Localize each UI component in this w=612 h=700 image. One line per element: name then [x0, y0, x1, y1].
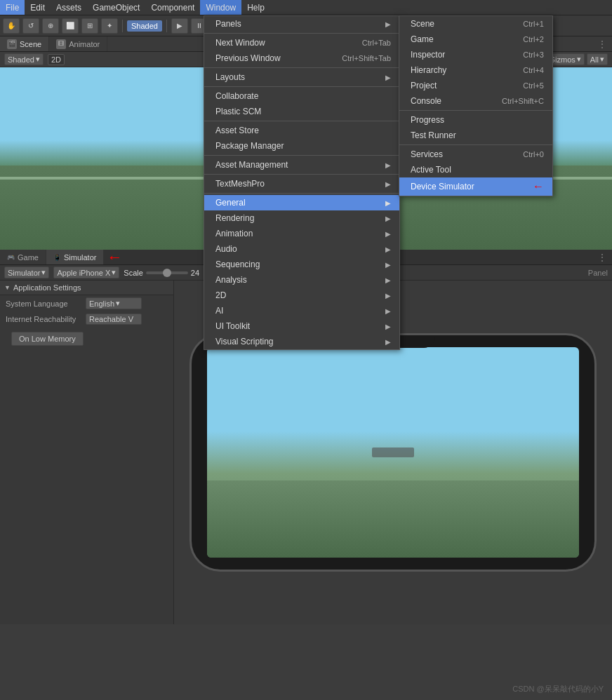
menu-visual-scripting[interactable]: Visual Scripting ▶ — [204, 334, 399, 349]
submenu-divider-1 — [399, 110, 552, 111]
menu-bar: File Edit Assets GameObject Component Wi… — [0, 0, 612, 15]
menu-divider-5 — [204, 155, 399, 156]
shaded-dropdown[interactable]: Shaded ▾ — [4, 53, 44, 65]
menu-asset-management[interactable]: Asset Management ▶ — [204, 157, 399, 173]
system-language-dropdown[interactable]: English ▾ — [86, 297, 142, 309]
animator-tab-label: Animator — [69, 40, 100, 48]
toolbar-move-btn[interactable]: ✋ — [3, 18, 20, 34]
submenu-scene[interactable]: Scene Ctrl+1 — [399, 16, 552, 32]
simulator-tab-label: Simulator — [64, 253, 96, 262]
submenu-inspector[interactable]: Inspector Ctrl+3 — [399, 47, 552, 62]
active-tool-label: Active Tool — [411, 165, 451, 175]
left-panel: ▼ Application Settings System Language E… — [0, 281, 174, 624]
panel-label: Panel — [588, 269, 608, 277]
menu-file[interactable]: File — [0, 0, 25, 15]
menu-window[interactable]: Window — [200, 0, 241, 15]
toolbar-rotate-btn[interactable]: ↺ — [22, 18, 39, 34]
menu-rendering[interactable]: Rendering ▶ — [204, 210, 399, 226]
menu-general[interactable]: General ▶ — [204, 195, 399, 210]
general-submenu: Scene Ctrl+1 Game Ctrl+2 Inspector Ctrl+… — [399, 15, 553, 196]
arrow-indicator: ← — [107, 248, 122, 267]
submenu-console[interactable]: Console Ctrl+Shift+C — [399, 93, 552, 109]
system-language-label: System Language — [6, 299, 83, 308]
on-low-memory-button[interactable]: On Low Memory — [11, 332, 84, 346]
menu-divider-6 — [204, 174, 399, 175]
menu-ai[interactable]: AI ▶ — [204, 303, 399, 318]
submenu-game[interactable]: Game Ctrl+2 — [399, 32, 552, 47]
menu-prev-window[interactable]: Previous Window Ctrl+Shift+Tab — [204, 51, 399, 66]
menu-divider-3 — [204, 86, 399, 87]
app-settings-title: ▼ Application Settings — [0, 281, 173, 295]
scene-tab-options[interactable]: ⋮ — [592, 39, 612, 49]
submenu-progress[interactable]: Progress — [399, 112, 552, 128]
submenu-active-tool[interactable]: Active Tool — [399, 162, 552, 177]
menu-gameobject[interactable]: GameObject — [87, 0, 145, 15]
menu-help[interactable]: Help — [241, 0, 270, 15]
device-dropdown[interactable]: Apple iPhone X ▾ — [53, 267, 119, 278]
scale-slider[interactable] — [146, 271, 188, 274]
menu-panels[interactable]: Panels ▶ — [204, 16, 399, 32]
submenu-services[interactable]: Services Ctrl+0 — [399, 147, 552, 162]
internet-reach-dropdown[interactable]: Reachable V — [86, 314, 142, 325]
low-memory-row: On Low Memory — [0, 327, 173, 351]
toolbar-play-btn[interactable]: ▶ — [171, 18, 188, 34]
toolbar-sep2 — [166, 20, 167, 32]
menu-ui-toolkit[interactable]: UI Toolkit ▶ — [204, 318, 399, 334]
submenu-hierarchy[interactable]: Hierarchy Ctrl+4 — [399, 62, 552, 78]
menu-divider-1 — [204, 33, 399, 34]
scene-icon: 🎬 — [7, 39, 17, 49]
submenu-divider-2 — [399, 144, 552, 145]
watermark: CSDN @呆呆敲代码的小Y — [512, 684, 604, 694]
tab-simulator[interactable]: 📱 Simulator — [46, 250, 104, 264]
menu-divider-7 — [204, 193, 399, 194]
collapse-triangle[interactable]: ▼ — [4, 284, 11, 291]
menu-asset-store[interactable]: Asset Store — [204, 123, 399, 138]
menu-animation[interactable]: Animation ▶ — [204, 226, 399, 241]
toolbar-custom-btn[interactable]: ✦ — [101, 18, 118, 34]
tab-animator[interactable]: 🎞 Animator — [49, 36, 107, 51]
menu-component[interactable]: Component — [145, 0, 200, 15]
tab-game[interactable]: 🎮 Game — [0, 250, 46, 264]
iphone-screen — [207, 347, 579, 558]
window-menu: Panels ▶ Next Window Ctrl+Tab Previous W… — [204, 15, 400, 350]
submenu-test-runner[interactable]: Test Runner — [399, 128, 552, 143]
menu-audio[interactable]: Audio ▶ — [204, 241, 399, 257]
toolbar-scale-btn[interactable]: ⊕ — [42, 18, 59, 34]
menu-textmeshpro[interactable]: TextMeshPro ▶ — [204, 176, 399, 191]
toolbar-rect-btn[interactable]: ⬜ — [62, 18, 79, 34]
device-sim-arrow: ← — [533, 180, 544, 193]
menu-divider-2 — [204, 67, 399, 68]
menu-assets[interactable]: Assets — [51, 0, 87, 15]
all-dropdown[interactable]: All ▾ — [587, 53, 608, 65]
game-tab-label: Game — [18, 253, 39, 262]
iphone-frame — [189, 333, 597, 572]
menu-collaborate[interactable]: Collaborate — [204, 88, 399, 104]
submenu-device-simulator[interactable]: Device Simulator ← — [399, 177, 552, 196]
menu-layouts[interactable]: Layouts ▶ — [204, 69, 399, 85]
menu-2d[interactable]: 2D ▶ — [204, 288, 399, 303]
menu-next-window[interactable]: Next Window Ctrl+Tab — [204, 35, 399, 51]
bottom-tab-options[interactable]: ⋮ — [592, 253, 612, 262]
tab-scene[interactable]: 🎬 Scene — [0, 36, 49, 51]
menu-analysis[interactable]: Analysis ▶ — [204, 272, 399, 288]
simulator-dropdown[interactable]: Simulator ▾ — [4, 267, 49, 278]
menu-plastic-scm[interactable]: Plastic SCM — [204, 104, 399, 119]
2d-toggle[interactable]: 2D — [48, 54, 65, 65]
toolbar-transform-btn[interactable]: ⊞ — [81, 18, 98, 34]
menu-edit[interactable]: Edit — [25, 0, 51, 15]
scale-control: Scale 24 — [124, 269, 199, 277]
system-language-row: System Language English ▾ — [0, 295, 173, 311]
internet-reach-label: Internet Reachability — [6, 315, 83, 323]
submenu-project[interactable]: Project Ctrl+5 — [399, 78, 552, 93]
menu-divider-4 — [204, 121, 399, 121]
toolbar-sep1 — [122, 20, 123, 32]
menu-package-manager[interactable]: Package Manager — [204, 138, 399, 154]
toolbar-center-dropdown[interactable]: Shaded — [127, 20, 162, 32]
animator-icon: 🎞 — [56, 39, 66, 49]
scene-tab-label: Scene — [20, 40, 41, 48]
menu-sequencing[interactable]: Sequencing ▶ — [204, 257, 399, 272]
internet-reach-row: Internet Reachability Reachable V — [0, 311, 173, 327]
